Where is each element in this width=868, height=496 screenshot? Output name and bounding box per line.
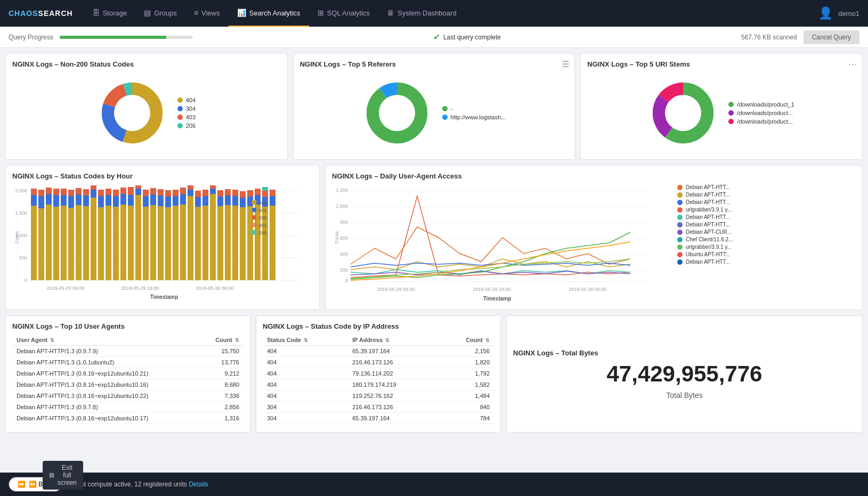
svg-rect-39 [68,196,74,208]
legend-logstash: http://www.logstash... [442,114,506,120]
table-row: Debian APT-HTTP/1.3 (0.8.16~exp12ubuntu1… [12,391,244,402]
legend-line-4: urlgrabber/3.9.1 y... [677,207,752,213]
cancel-query-button[interactable]: Cancel Query [804,30,859,44]
table-row: 304 216.46.173.126 840 [263,402,494,413]
svg-rect-121 [270,196,275,206]
legend-uri3: /downloads/product... [728,118,794,125]
legend-line-1: Debian APT-HTT... [677,184,752,190]
donut1-title: NGINX Logs – Non-200 Status Codes [12,60,281,68]
svg-rect-91 [195,191,201,197]
nav-storage[interactable]: 🗄 Storage [84,0,136,27]
legend-line-11: Debian APT-HTT... [677,259,752,265]
table-row: 404 79.136.114.202 1,792 [263,368,494,379]
table-row: Debian APT-HTTP/1.3 (0.8.16~exp12ubuntu1… [12,413,244,424]
svg-rect-60 [120,194,126,205]
card-status-ip: NGINX Logs – Status Code by IP Address S… [256,315,501,433]
svg-rect-57 [113,196,119,207]
progress-track [60,36,193,39]
svg-rect-68 [143,207,149,280]
svg-rect-54 [106,195,111,206]
svg-rect-135 [252,230,256,234]
donut2-content: - http://www.logstash... [300,72,569,153]
svg-rect-49 [91,185,96,190]
sort-icon-ip[interactable]: ⇅ [385,338,390,343]
line-chart-legend: Debian APT-HTT... Debian APT-HTT... Debi… [677,184,752,302]
svg-rect-69 [143,196,149,207]
query-status-text: Last query complete [443,34,501,41]
donut3-content: /downloads/product_1 /downloads/product.… [587,72,856,153]
svg-rect-103 [225,189,231,196]
svg-rect-38 [68,208,74,280]
nav-system-dashboard[interactable]: 🖥 System Dashboard [378,0,465,27]
svg-rect-131 [252,215,256,219]
svg-rect-133 [252,223,256,227]
legend-dot-uri1 [728,102,734,107]
svg-rect-80 [173,206,179,280]
query-status: ✔ Last query complete [199,32,735,42]
more-options-icon-2[interactable]: ⋯ [848,59,857,69]
svg-rect-30 [46,194,52,205]
card-donut-referers: NGINX Logs – Top 5 Referers - http://www… [293,53,575,160]
legend-dot-403 [177,115,183,120]
nav-groups[interactable]: ▤ Groups [135,0,185,27]
card-donut-status-codes: NGINX Logs – Non-200 Status Codes 404 [5,53,288,160]
svg-rect-48 [91,190,96,198]
sort-icon-count2[interactable]: ⇅ [485,338,490,343]
table-row: Debian APT-HTTP/1.3 (0.9.7.9) 15,750 [12,346,244,357]
donut1-legend: 404 304 403 206 [177,97,196,129]
svg-rect-24 [31,195,37,206]
svg-point-11 [666,95,702,131]
col-header-count: Count ⇅ [200,335,244,346]
svg-rect-64 [128,187,134,195]
svg-text:0: 0 [25,278,27,283]
svg-text:2019-05-29 18:00: 2019-05-29 18:00 [473,287,510,292]
svg-rect-89 [195,207,201,280]
col-header-status: Status Code ⇅ [263,335,348,346]
sort-icon-agent[interactable]: ⇅ [50,338,54,343]
svg-text:2019-05-30 06:00: 2019-05-30 06:00 [196,286,233,291]
legend-403: 403 [177,114,196,120]
groups-icon: ▤ [144,9,151,17]
line-chart-title: NGINX Logs – Daily User-Agent Access [332,172,856,180]
more-options-icon[interactable]: ☰ [562,59,569,69]
status-ip-tbody: 404 65.39.197.164 2,156 404 216.46.173.1… [263,346,494,424]
status-ip-table: Status Code ⇅ IP Address ⇅ Count ⇅ 404 6… [263,335,494,424]
svg-text:2,000: 2,000 [15,188,27,193]
nav-search-analytics[interactable]: 📊 Search Analytics [229,0,309,27]
sql-icon: ⊞ [318,9,324,17]
svg-rect-118 [262,191,268,197]
user-icon: 👤 [818,6,833,20]
svg-rect-71 [150,205,156,280]
table-row: 404 180.179.174.219 1,582 [263,379,494,391]
svg-rect-99 [217,197,223,206]
table-row: Debian APT-HTTP/1.3 (0.8.16~exp12ubuntu1… [12,368,244,379]
svg-rect-70 [143,190,149,196]
svg-rect-36 [61,195,67,206]
svg-text:200: 200 [340,267,348,273]
svg-text:404: 404 [258,200,266,206]
nav-sql-analytics[interactable]: ⊞ SQL Analytics [309,0,378,27]
svg-rect-63 [128,195,134,206]
card-bar-chart: NGINX Logs – Status Codes by Hour 2,000 … [5,165,320,310]
svg-rect-105 [232,196,238,206]
sort-icon-count[interactable]: ⇅ [235,338,239,343]
svg-rect-42 [76,194,82,205]
donut3-svg [648,78,718,148]
nav-views[interactable]: ≡ Views [185,0,229,27]
legend-304: 304 [177,105,196,112]
query-bar: Query Progress ✔ Last query complete 567… [0,27,868,48]
svg-rect-85 [180,188,186,194]
table-row: 404 119.252.76.162 1,484 [263,391,494,402]
legend-line-10: Ubuntu APT-HTT... [677,251,752,257]
col-header-ip: IP Address ⇅ [348,335,438,346]
table-row: 404 216.46.173.126 1,820 [263,357,494,368]
svg-text:1,000: 1,000 [336,204,348,209]
svg-rect-61 [120,188,126,194]
bar-legend: 404 304 200 403 206 [252,200,266,235]
sort-icon-status[interactable]: ⇅ [304,338,308,343]
bar-groups [31,185,275,280]
legend-uri1: /downloads/product_1 [728,101,794,108]
table-row: Debian APT-HTTP/1.3 (0.9.7.8) 2,856 [12,402,244,413]
user-agents-tbody: Debian APT-HTTP/1.3 (0.9.7.9) 15,750 Deb… [12,346,244,424]
row-tables: NGINX Logs – Top 10 User Agents User Age… [5,315,863,433]
